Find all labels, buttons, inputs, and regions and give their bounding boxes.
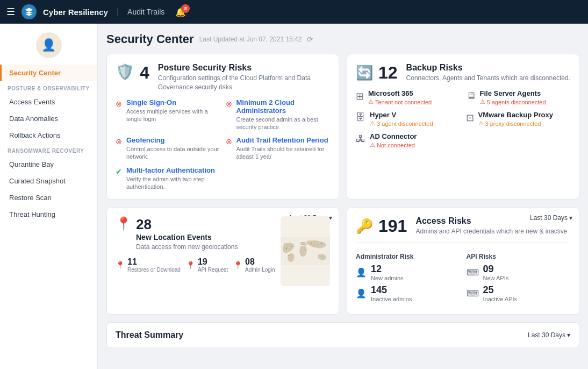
posture-risks-count: 4: [140, 63, 149, 83]
hyperv-name[interactable]: Hyper V: [370, 111, 433, 119]
menu-icon[interactable]: ☰: [6, 6, 15, 18]
backup-risks-header: 🔄 12 Backup Risks Connectors, Agents and…: [356, 63, 570, 83]
location-pin-blue: 📍: [116, 261, 125, 269]
ad-name[interactable]: AD Connector: [370, 132, 417, 140]
sidebar-item-restore-scan[interactable]: Restore Scan: [0, 189, 97, 206]
posture-risks-title: Posture Security Risks: [158, 63, 330, 73]
risk-sso-name[interactable]: Single Sign-On: [126, 98, 220, 107]
current-page-label[interactable]: Audit Trails: [127, 8, 164, 16]
new-apis-num: 09: [483, 264, 509, 275]
file-server-status: ⚠ 5 agents disconnected: [480, 98, 546, 105]
sidebar-item-threat-hunting[interactable]: Threat Hunting: [0, 206, 97, 223]
backup-risks-subtitle: Connectors, Agents and Tenants which are…: [406, 74, 570, 83]
warning-icon: ⚠: [480, 98, 485, 105]
risk-item-sso: ⊗ Single Sign-On Access multiple service…: [116, 98, 220, 131]
access-last-days-selector[interactable]: Last 30 Days ▾: [530, 214, 572, 222]
risk-item-audit-trail: ⊗ Audit Trail Retention Period Audit Tra…: [226, 136, 331, 161]
inactive-admins-stat: 👤 145 Inactive admins: [356, 285, 460, 302]
hyperv-status: ⚠ 3 agent disconnected: [370, 120, 433, 127]
risk-audit-trail-name[interactable]: Audit Trail Retention Period: [236, 136, 331, 144]
nav-divider: |: [117, 7, 119, 17]
sidebar-item-access-events[interactable]: Access Events: [0, 94, 97, 110]
risk-error-icon: ⊗: [226, 137, 232, 146]
chevron-down-icon: ▾: [567, 331, 570, 339]
sidebar-item-curated-snapshot[interactable]: Curated Snapshot: [0, 173, 97, 189]
stat-api-label: API Request: [198, 267, 228, 273]
last-updated: Last Updated at Jun 07, 2021 15:42: [199, 36, 302, 43]
api-icon: ⌨: [467, 267, 479, 278]
location-subtitle: Data access from new geolocations: [136, 243, 238, 252]
access-risks-card: Last 30 Days ▾ 🔑 191 Access Risks Admins…: [347, 207, 579, 315]
risk-error-icon: ⊗: [226, 100, 232, 108]
risk-error-icon: ⊗: [116, 100, 122, 108]
warning-icon: ⚠: [478, 120, 484, 127]
access-risks-count: 191: [378, 216, 407, 236]
backup-item-hyperv: 🗄 Hyper V ⚠ 3 agent disconnected: [356, 111, 461, 127]
risk-geofencing-name[interactable]: Geofencing: [126, 136, 220, 144]
backup-icon: 🔄: [356, 65, 373, 81]
ad-icon: 🖧: [356, 133, 365, 145]
refresh-icon[interactable]: ⟳: [307, 35, 313, 44]
svg-point-5: [311, 243, 312, 244]
risk-mfa-desc: Verify the admin with two step authentic…: [126, 175, 220, 191]
backup-item-file-server: 🖥 File Server Agents ⚠ 5 agents disconne…: [466, 89, 571, 105]
file-server-name[interactable]: File Server Agents: [480, 89, 546, 97]
inactive-admins-label: Inactive admins: [371, 296, 412, 302]
stat-admin-num: 08: [245, 257, 275, 267]
location-count: 28: [136, 216, 152, 232]
inactive-admin-icon: 👤: [356, 288, 367, 299]
inactive-apis-label: Inactive APIs: [483, 296, 518, 302]
risk-cloud-admin-name[interactable]: Minimum 2 Cloud Administrators: [236, 98, 331, 115]
svg-point-9: [289, 256, 289, 256]
api-risk-title: API Risks: [467, 253, 571, 260]
location-pin-green: 📍: [186, 261, 195, 269]
svg-point-3: [302, 244, 303, 245]
risk-cloud-admin-desc: Create second admin as a best security p…: [236, 116, 331, 131]
access-risks-details: Administrator Risk 👤 12 New admins 👤: [356, 243, 570, 306]
avatar: 👤: [36, 32, 62, 58]
stat-restores-label: Restores or Download: [127, 267, 181, 273]
brand-name: Cyber Resiliency: [43, 8, 108, 17]
ad-status: ⚠ Not connected: [370, 141, 417, 148]
location-content: 📍 28 New Location Events Data access fro…: [116, 216, 330, 286]
svg-point-8: [321, 256, 322, 257]
bottom-cards-row: Last 30 Days ▾ 📍 28 New Location Events …: [106, 207, 579, 315]
location-stats: 📍 11 Restores or Download 📍 19: [116, 257, 275, 273]
risk-audit-trail-desc: Audit Trails should be retained for atle…: [236, 145, 331, 161]
stat-api: 📍 19 API Request: [186, 257, 228, 273]
location-icon: 📍: [116, 216, 132, 231]
risk-geofencing-desc: Control access to data outside your netw…: [126, 145, 220, 161]
sidebar-item-quarantine-bay[interactable]: Qurantine Bay: [0, 156, 97, 173]
access-risk-grid: Administrator Risk 👤 12 New admins 👤: [356, 253, 570, 306]
sidebar-section-ransomware: RANSOMWARE RECOVERY: [0, 144, 97, 156]
new-apis-label: New APIs: [483, 275, 509, 281]
sidebar-item-security-center[interactable]: Security Center: [0, 65, 97, 81]
m365-name[interactable]: Microsoft 365: [368, 89, 432, 97]
inactive-admins-num: 145: [371, 285, 412, 296]
admin-icon: 👤: [356, 267, 367, 278]
risk-success-icon: ✔: [116, 167, 122, 176]
new-admins-stat: 👤 12 New admins: [356, 264, 460, 281]
new-admins-label: New admins: [371, 275, 404, 281]
backup-risks-count: 12: [378, 63, 398, 83]
sidebar-item-rollback-actions[interactable]: Rollback Actions: [0, 127, 97, 144]
new-apis-stat: ⌨ 09 New APIs: [467, 264, 571, 281]
risk-items-grid: ⊗ Single Sign-On Access multiple service…: [116, 98, 330, 191]
location-title: New Location Events: [136, 233, 238, 242]
new-admins-num: 12: [371, 264, 404, 275]
notification-bell[interactable]: 🔔 8: [175, 7, 186, 17]
world-map-svg: [281, 216, 330, 286]
threat-summary-card: Threat Summary Last 30 Days ▾: [106, 322, 579, 348]
sidebar-item-data-anomalies[interactable]: Data Anomalies: [0, 110, 97, 127]
vmware-name[interactable]: VMware Backup Proxy: [478, 111, 553, 119]
risk-mfa-name[interactable]: Multi-factor Authentication: [126, 166, 220, 174]
access-risk-icon: 🔑: [356, 218, 373, 235]
stat-restores: 📍 11 Restores or Download: [116, 257, 181, 273]
risk-item-cloud-admin: ⊗ Minimum 2 Cloud Administrators Create …: [226, 98, 331, 131]
backup-item-ad: 🖧 AD Connector ⚠ Not connected: [356, 132, 461, 148]
warning-icon: ⚠: [370, 141, 375, 148]
main-content: Security Center Last Updated at Jun 07, …: [98, 24, 588, 369]
hyperv-icon: 🗄: [356, 112, 365, 123]
threat-last-days-selector[interactable]: Last 30 Days ▾: [528, 331, 570, 339]
backup-items-grid: ⊞ Microsoft 365 ⚠ Tenant not connected 🖥: [356, 89, 570, 148]
